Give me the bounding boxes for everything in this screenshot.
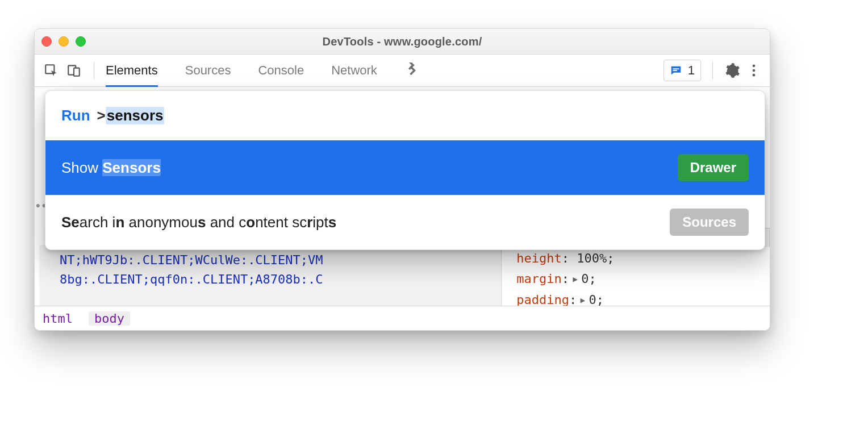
- device-toggle-icon[interactable]: [65, 62, 82, 79]
- css-rule: margin:▸0;: [516, 269, 750, 289]
- command-result[interactable]: Show Sensors Drawer: [45, 140, 765, 195]
- command-query: sensors: [106, 107, 165, 124]
- command-result-label: Search in anonymous and content scripts: [61, 214, 336, 231]
- devtools-toolbar: Elements Sources Console Network 1: [35, 55, 770, 87]
- command-result-badge: Drawer: [678, 154, 749, 181]
- toolbar-divider: [94, 62, 94, 79]
- svg-point-5: [753, 65, 756, 68]
- panel-tabs: Elements Sources Console Network: [106, 55, 420, 86]
- crumb-body[interactable]: body: [89, 311, 130, 326]
- tab-console[interactable]: Console: [258, 55, 304, 86]
- inspect-icon[interactable]: [43, 62, 60, 79]
- tab-network[interactable]: Network: [331, 55, 377, 86]
- command-prefix: >: [97, 107, 106, 124]
- message-count: 1: [688, 63, 695, 78]
- window-title: DevTools - www.google.com/: [35, 35, 770, 48]
- svg-point-6: [753, 69, 756, 72]
- svg-rect-4: [673, 70, 677, 71]
- kebab-menu-icon[interactable]: [746, 63, 762, 78]
- svg-point-7: [753, 74, 756, 77]
- command-result[interactable]: Search in anonymous and content scripts …: [45, 195, 765, 249]
- titlebar: DevTools - www.google.com/: [35, 29, 770, 55]
- messages-button[interactable]: 1: [663, 60, 701, 81]
- zoom-window-icon[interactable]: [76, 36, 86, 47]
- settings-icon[interactable]: [724, 63, 740, 78]
- minimize-window-icon[interactable]: [59, 36, 69, 47]
- tab-label: Elements: [106, 63, 158, 78]
- command-input-row[interactable]: Run >sensors: [45, 91, 765, 140]
- svg-rect-3: [673, 68, 679, 69]
- toolbar-divider: [712, 62, 713, 79]
- tab-label: Sources: [185, 63, 231, 78]
- more-tabs-icon[interactable]: [404, 63, 420, 78]
- window-controls: [41, 36, 86, 47]
- message-icon: [670, 64, 682, 77]
- command-result-badge: Sources: [670, 209, 749, 236]
- crumb-html[interactable]: html: [43, 311, 73, 326]
- breadcrumb: html body: [35, 306, 770, 330]
- tab-label: Console: [258, 63, 304, 78]
- command-result-label: Show Sensors: [61, 159, 161, 177]
- run-label: Run: [61, 107, 90, 124]
- command-menu: Run >sensors Show Sensors Drawer Search …: [45, 90, 765, 250]
- tab-label: Network: [331, 63, 377, 78]
- css-rule: height: 100%;: [516, 248, 750, 269]
- tab-elements[interactable]: Elements: [106, 55, 158, 86]
- tab-sources[interactable]: Sources: [185, 55, 231, 86]
- svg-rect-2: [74, 68, 80, 76]
- close-window-icon[interactable]: [41, 36, 52, 47]
- devtools-window: DevTools - www.google.com/ Elements Sour…: [34, 28, 770, 331]
